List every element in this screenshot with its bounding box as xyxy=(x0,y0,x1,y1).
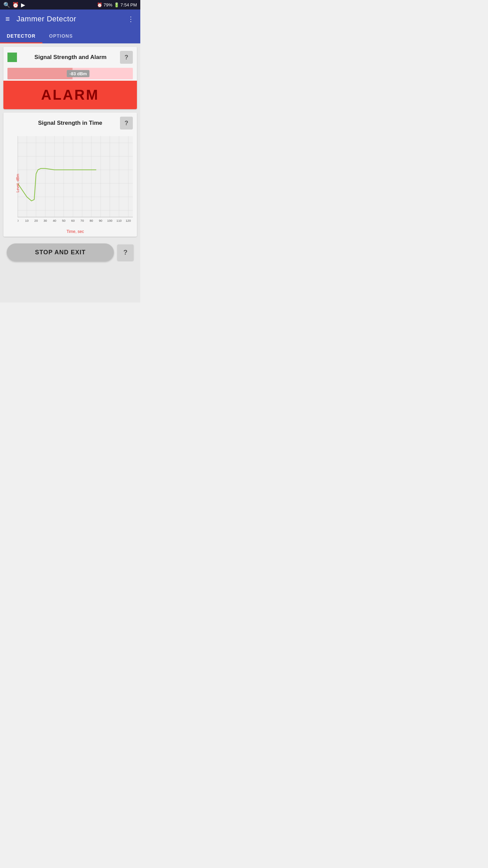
stop-and-exit-button[interactable]: STOP AND EXIT xyxy=(7,243,114,261)
app-bar: ≡ Jammer Detector ⋮ xyxy=(0,9,140,28)
alarm-icon: ⏰ xyxy=(97,2,102,7)
time-display: 7:54 PM xyxy=(121,2,137,7)
alarm-text: ALARM xyxy=(41,87,99,103)
svg-text:0: 0 xyxy=(18,219,19,222)
svg-text:90: 90 xyxy=(99,219,102,222)
svg-text:60: 60 xyxy=(71,219,75,222)
chart-area: Level, dBm xyxy=(3,132,137,237)
svg-text:70: 70 xyxy=(80,219,84,222)
battery-icon: 🔋 xyxy=(114,2,119,7)
svg-text:50: 50 xyxy=(62,219,65,222)
chart-help-button[interactable]: ? xyxy=(120,117,133,130)
signal-strength-card: Signal Strength and Alarm ? -83 dBm ALAR… xyxy=(3,47,137,109)
svg-text:40: 40 xyxy=(53,219,56,222)
battery-text: 79% xyxy=(104,2,113,7)
signal-bar-container: -83 dBm xyxy=(3,66,137,81)
chart-card-header: Signal Strength in Time ? xyxy=(3,113,137,132)
svg-text:20: 20 xyxy=(34,219,38,222)
tab-bar: DETECTOR OPTIONS xyxy=(0,28,140,43)
signal-bar-fill: -83 dBm xyxy=(7,68,73,79)
chart-card: Signal Strength in Time ? Level, dBm xyxy=(3,113,137,237)
signal-help-button[interactable]: ? xyxy=(120,51,133,64)
menu-button[interactable]: ≡ xyxy=(5,15,10,23)
tab-detector[interactable]: DETECTOR xyxy=(0,28,42,43)
svg-text:10: 10 xyxy=(25,219,28,222)
signal-card-header: Signal Strength and Alarm ? xyxy=(3,47,137,66)
status-right: ⏰ 79% 🔋 7:54 PM xyxy=(97,2,137,7)
signal-indicator xyxy=(7,53,17,62)
svg-text:80: 80 xyxy=(89,219,93,222)
bottom-controls: STOP AND EXIT ? xyxy=(3,240,137,265)
search-icon: 🔍 xyxy=(3,2,10,8)
svg-text:30: 30 xyxy=(43,219,47,222)
controls-help-button[interactable]: ? xyxy=(117,244,134,261)
svg-text:110: 110 xyxy=(117,219,122,222)
chart-wrapper: Level, dBm xyxy=(18,132,133,234)
tab-options[interactable]: OPTIONS xyxy=(42,28,80,43)
signal-value-label: -83 dBm xyxy=(67,70,89,77)
play-icon: ▶ xyxy=(21,2,25,8)
alarm-clock-icon: ⏰ xyxy=(12,2,19,8)
status-icons: 🔍 ⏰ ▶ xyxy=(3,2,25,8)
x-axis-label: Time, sec xyxy=(18,229,133,234)
y-axis-label: Level, dBm xyxy=(16,174,20,192)
main-content: Signal Strength and Alarm ? -83 dBm ALAR… xyxy=(0,43,140,302)
app-title: Jammer Detector xyxy=(17,15,127,23)
chart-title: Signal Strength in Time xyxy=(7,120,120,126)
svg-text:100: 100 xyxy=(107,219,112,222)
status-bar: 🔍 ⏰ ▶ ⏰ 79% 🔋 7:54 PM xyxy=(0,0,140,9)
svg-text:120: 120 xyxy=(126,219,131,222)
signal-card-title: Signal Strength and Alarm xyxy=(21,54,120,61)
alarm-banner: ALARM xyxy=(3,81,137,109)
signal-bar-track: -83 dBm xyxy=(7,68,133,79)
chart-svg: -60 -70 -80 -90 -100 -110 0 10 20 30 40 … xyxy=(18,132,133,227)
svg-rect-0 xyxy=(18,136,133,217)
more-options-button[interactable]: ⋮ xyxy=(127,15,135,23)
